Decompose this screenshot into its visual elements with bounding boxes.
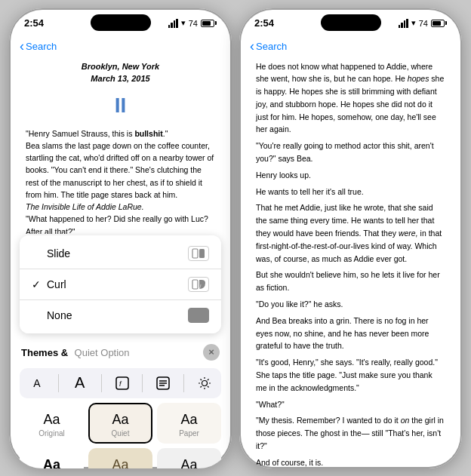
theme-name-quiet: Quiet [112, 429, 130, 438]
right-p2: "You're really going to method actor thi… [256, 140, 445, 165]
svg-line-16 [208, 379, 209, 380]
theme-aa-quiet: Aa [112, 412, 128, 428]
status-bar-left: 2:54 ▾ 74 [9, 8, 232, 35]
theme-card-original[interactable]: Aa Original [20, 403, 84, 444]
theme-name-original: Original [38, 429, 64, 438]
book-p3: The Invisible Life of Addie LaRue. [26, 201, 215, 213]
svg-line-15 [208, 386, 209, 388]
svg-rect-2 [192, 280, 198, 289]
left-phone: 2:54 ▾ 74 Search [9, 8, 232, 468]
theme-aa-original: Aa [43, 412, 60, 428]
theme-card-calm[interactable]: Aa Calm [88, 448, 152, 468]
book-location: Brooklyn, New York [26, 60, 215, 73]
time-right: 2:54 [254, 17, 274, 29]
svg-text:f: f [119, 380, 122, 388]
dynamic-island-right [321, 14, 381, 31]
none-label: None [47, 309, 188, 321]
curl-label: Curl [47, 278, 188, 290]
right-p12: And of course, it is. [256, 456, 445, 468]
slide-menu: ✓ Slide ✓ Curl [20, 235, 221, 333]
slide-menu-item-slide[interactable]: ✓ Slide [20, 238, 221, 269]
slide-label: Slide [47, 247, 188, 259]
right-book-content: He does not know what happened to Addie,… [239, 60, 462, 468]
themes-section: Themes & Quiet Option × A A f [20, 338, 221, 468]
back-label-right: Search [256, 41, 287, 52]
right-p7: "Do you like it?" he asks. [256, 298, 445, 311]
book-p2: Bea slams the last page down on the coff… [26, 140, 215, 201]
battery-pct-right: 74 [419, 19, 428, 28]
right-p9: "It's good, Henry," she says. "It's real… [256, 356, 445, 394]
slide-menu-item-curl[interactable]: ✓ Curl [20, 269, 221, 299]
search-bar-right[interactable]: Search [239, 35, 462, 60]
time-left: 2:54 [24, 17, 44, 29]
svg-line-14 [201, 379, 202, 380]
right-p4: He wants to tell her it's all true. [256, 186, 445, 198]
font-style-icon[interactable]: f [112, 373, 133, 394]
themes-header: Themes & Quiet Option × [20, 338, 221, 364]
theme-name-paper: Paper [179, 429, 199, 438]
slide-menu-item-none[interactable]: ✓ None [20, 300, 221, 330]
svg-point-9 [202, 380, 208, 385]
theme-card-bold[interactable]: Aa Bold [20, 448, 84, 468]
book-paragraphs: "Henry Samuel Strauss, this is bullshit.… [26, 127, 215, 234]
back-label-left: Search [26, 41, 57, 52]
book-p4: "What happened to her? Did she really go… [26, 213, 215, 233]
right-p1: He does not know what happened to Addie,… [256, 60, 445, 137]
theme-grid: Aa Original Aa Quiet Aa Paper Aa Bold Aa [20, 403, 221, 468]
signal-icon-left [168, 19, 178, 28]
book-date: March 13, 2015 [26, 72, 215, 85]
curl-check: ✓ [32, 278, 41, 290]
brightness-icon[interactable] [194, 373, 215, 394]
search-bar-left[interactable]: Search [9, 35, 232, 60]
font-controls: A A f [20, 368, 221, 398]
back-button-left[interactable]: Search [20, 38, 57, 54]
right-p6: But she wouldn't believe him, so he lets… [256, 269, 445, 294]
theme-card-focus[interactable]: Aa Focus [157, 448, 221, 468]
battery-pct-left: 74 [189, 19, 198, 28]
svg-rect-0 [192, 249, 198, 258]
theme-card-quiet[interactable]: Aa Quiet [88, 403, 152, 444]
svg-rect-1 [199, 249, 205, 258]
font-increase-button[interactable]: A [69, 374, 91, 392]
font-sep-2 [101, 374, 102, 392]
font-sep-1 [58, 374, 59, 392]
themes-close-button[interactable]: × [203, 344, 220, 361]
signal-icon-right [399, 19, 408, 28]
quiet-option-text: Quiet Option [75, 347, 130, 358]
dynamic-island-left [91, 14, 151, 31]
theme-card-paper[interactable]: Aa Paper [157, 403, 221, 444]
battery-icon-left [201, 20, 217, 27]
right-p3: Henry looks up. [256, 169, 445, 182]
book-p1: "Henry Samuel Strauss, this is bullshit.… [26, 127, 215, 140]
font-decrease-button[interactable]: A [26, 377, 48, 389]
wifi-icon-right: ▾ [411, 18, 416, 28]
slide-icon [188, 246, 209, 261]
book-header: Brooklyn, New York March 13, 2015 [26, 60, 215, 85]
right-p5: That he met Addie, just like he wrote, t… [256, 201, 445, 265]
layout-icon[interactable] [152, 373, 174, 394]
theme-aa-bold: Aa [43, 457, 60, 468]
chapter-number: II [26, 90, 215, 121]
theme-aa-calm: Aa [112, 457, 128, 468]
font-sep-4 [183, 374, 184, 392]
themes-title-text: Themes & [21, 347, 68, 358]
status-icons-right: ▾ 74 [399, 18, 447, 28]
phones-container: 2:54 ▾ 74 Search [9, 8, 462, 468]
svg-line-17 [201, 386, 202, 388]
themes-title: Themes & Quiet Option [21, 345, 130, 359]
svg-rect-3 [116, 377, 128, 389]
battery-icon-right [431, 20, 447, 27]
right-p11: "My thesis. Remember? I wanted to do it … [256, 414, 445, 452]
wifi-icon-left: ▾ [181, 18, 186, 28]
font-sep-3 [142, 374, 143, 392]
back-button-right[interactable]: Search [250, 38, 287, 54]
status-bar-right: 2:54 ▾ 74 [239, 8, 462, 35]
right-p10: "What?" [256, 398, 445, 411]
status-icons-left: ▾ 74 [168, 18, 217, 28]
right-p8: And Bea breaks into a grin. There is no … [256, 315, 445, 352]
none-icon [188, 308, 209, 323]
theme-aa-focus: Aa [180, 457, 197, 468]
curl-icon [188, 277, 209, 292]
theme-aa-paper: Aa [180, 412, 197, 428]
right-phone: 2:54 ▾ 74 Search [239, 8, 462, 468]
